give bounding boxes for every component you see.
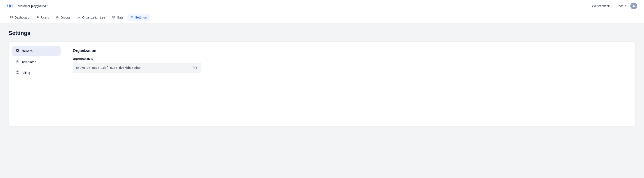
svg-rect-1 bbox=[10, 16, 11, 17]
svg-rect-2 bbox=[12, 16, 12, 17]
svg-point-19 bbox=[131, 16, 132, 17]
nav-label-dashboard: Dashboard bbox=[15, 16, 30, 19]
svg-rect-4 bbox=[12, 17, 12, 18]
sidebar-item-billing[interactable]: Billing bbox=[12, 68, 61, 78]
sidebar-label-templates: Templates bbox=[22, 60, 36, 64]
svg-point-9 bbox=[78, 18, 78, 18]
svg-line-12 bbox=[78, 17, 79, 18]
org-id-label: Organization ID bbox=[73, 57, 627, 61]
svg-point-8 bbox=[78, 16, 79, 16]
user-icon bbox=[632, 4, 636, 8]
svg-point-7 bbox=[58, 16, 58, 17]
svg-point-15 bbox=[113, 17, 114, 18]
workspace-selector[interactable]: customer-playground ▾ bbox=[16, 3, 50, 8]
settings-icon bbox=[130, 15, 134, 19]
svg-rect-3 bbox=[10, 17, 11, 18]
settings-sidebar: General Templates Billing bbox=[9, 42, 64, 126]
org-tree-icon bbox=[77, 15, 80, 19]
svg-point-0 bbox=[633, 5, 634, 6]
nav-label-settings: Settings bbox=[135, 16, 147, 19]
billing-icon bbox=[16, 70, 20, 75]
nav-label-gate: Gate bbox=[117, 16, 123, 19]
copy-icon bbox=[194, 66, 197, 69]
nav-label-organization-tree: Organization tree bbox=[82, 16, 105, 19]
svg-line-13 bbox=[79, 17, 80, 18]
nav-item-dashboard[interactable]: Dashboard bbox=[7, 14, 32, 21]
sidebar-item-templates[interactable]: Templates bbox=[12, 57, 61, 67]
page-title: Settings bbox=[8, 30, 636, 36]
chevron-down-icon: ▾ bbox=[47, 5, 48, 7]
nav-item-groups[interactable]: Groups bbox=[53, 14, 74, 21]
copy-button[interactable] bbox=[192, 65, 198, 71]
nav-item-gate[interactable]: Gate bbox=[109, 14, 126, 21]
svg-point-21 bbox=[131, 18, 132, 18]
give-feedback-button[interactable]: Give feedback bbox=[588, 3, 612, 9]
page-content: Settings General Templates Billing bbox=[0, 23, 644, 134]
svg-point-5 bbox=[37, 16, 38, 17]
svg-point-10 bbox=[80, 18, 80, 18]
nav-item-settings[interactable]: Settings bbox=[127, 14, 150, 21]
org-id-value: 64b7e7d8-ec06-1d3f-c205-d037bb33bdc0 bbox=[76, 66, 140, 70]
svg-point-14 bbox=[112, 16, 115, 18]
nav-item-users[interactable]: Users bbox=[33, 14, 52, 21]
svg-point-6 bbox=[56, 16, 58, 17]
docs-label: Docs bbox=[616, 4, 623, 8]
section-title: Organization bbox=[73, 49, 627, 53]
sidebar-label-billing: Billing bbox=[22, 71, 30, 75]
docs-link[interactable]: Docs ↗ bbox=[616, 4, 626, 8]
org-id-field-row: 64b7e7d8-ec06-1d3f-c205-d037bb33bdc0 bbox=[73, 63, 627, 73]
groups-icon bbox=[56, 15, 59, 19]
sidebar-label-general: General bbox=[22, 49, 34, 53]
navbar-right: Give feedback Docs ↗ bbox=[588, 2, 637, 9]
nav-label-users: Users bbox=[41, 16, 49, 19]
sidebar-item-general[interactable]: General bbox=[12, 46, 61, 56]
navbar-left: /id customer-playground ▾ bbox=[7, 3, 50, 9]
gate-icon bbox=[112, 15, 115, 19]
templates-icon bbox=[16, 59, 20, 64]
navbar: /id customer-playground ▾ Give feedback … bbox=[0, 0, 644, 12]
nav-label-groups: Groups bbox=[61, 16, 70, 19]
external-link-icon: ↗ bbox=[624, 4, 626, 7]
settings-card: General Templates Billing Organization O… bbox=[8, 42, 636, 127]
users-icon bbox=[36, 15, 40, 19]
org-id-input: 64b7e7d8-ec06-1d3f-c205-d037bb33bdc0 bbox=[73, 63, 201, 73]
nav-item-organization-tree[interactable]: Organization tree bbox=[74, 14, 108, 21]
gear-icon bbox=[16, 49, 20, 53]
settings-main-content: Organization Organization ID 64b7e7d8-ec… bbox=[64, 42, 635, 126]
logo: /id bbox=[7, 3, 13, 9]
svg-rect-26 bbox=[195, 67, 197, 69]
dashboard-icon bbox=[10, 15, 13, 19]
secondary-nav: Dashboard Users Groups Organization tree… bbox=[0, 12, 644, 23]
logo-id: id bbox=[8, 3, 13, 9]
logo-slash: / bbox=[7, 3, 8, 9]
workspace-name: customer-playground bbox=[18, 4, 46, 8]
avatar[interactable] bbox=[630, 2, 637, 9]
svg-point-20 bbox=[132, 17, 133, 17]
